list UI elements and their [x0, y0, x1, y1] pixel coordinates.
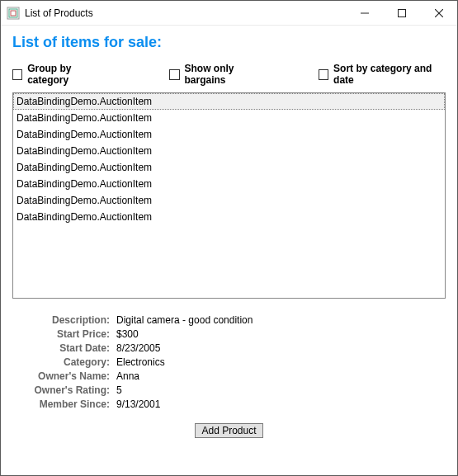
list-item[interactable]: DataBindingDemo.AuctionItem [13, 93, 445, 110]
page-heading: List of items for sale: [12, 34, 446, 51]
window-controls [346, 1, 457, 25]
value-category: Electronics [116, 356, 165, 370]
add-product-button[interactable]: Add Product [195, 423, 262, 438]
list-item[interactable]: DataBindingDemo.AuctionItem [13, 126, 445, 143]
value-owner-rating: 5 [116, 384, 122, 398]
label-start-price: Start Price: [21, 328, 116, 342]
value-owner-name: Anna [116, 370, 139, 384]
list-item[interactable]: DataBindingDemo.AuctionItem [13, 209, 445, 225]
checkbox-label: Sort by category and date [333, 63, 446, 86]
checkbox-icon [12, 69, 22, 80]
label-category: Category: [21, 356, 116, 370]
label-description: Description: [21, 313, 116, 328]
content-area: List of items for sale: Group by categor… [1, 26, 457, 443]
checkbox-show-only-bargains[interactable]: Show only bargains [169, 63, 271, 86]
list-item[interactable]: DataBindingDemo.AuctionItem [13, 159, 445, 176]
maximize-button[interactable] [383, 1, 420, 25]
footer-buttons: Add Product [12, 423, 446, 438]
svg-rect-4 [398, 9, 405, 16]
details-panel: Description: Digital camera - good condi… [21, 313, 446, 412]
label-start-date: Start Date: [21, 342, 116, 356]
app-icon [7, 7, 20, 20]
checkbox-sort-by-category-and-date[interactable]: Sort by category and date [319, 63, 446, 86]
checkbox-icon [169, 69, 179, 80]
checkbox-icon [319, 69, 328, 80]
minimize-button[interactable] [346, 1, 383, 25]
filter-row: Group by category Show only bargains Sor… [12, 63, 446, 86]
list-item[interactable]: DataBindingDemo.AuctionItem [13, 192, 445, 209]
label-owner-name: Owner's Name: [21, 370, 116, 384]
checkbox-group-by-category[interactable]: Group by category [12, 63, 108, 86]
titlebar: List of Products [1, 1, 457, 26]
label-member-since: Member Since: [21, 398, 116, 412]
label-owner-rating: Owner's Rating: [21, 384, 116, 398]
window-title: List of Products [25, 7, 93, 19]
checkbox-label: Group by category [27, 63, 108, 86]
value-start-price: $300 [116, 328, 139, 342]
list-item[interactable]: DataBindingDemo.AuctionItem [13, 176, 445, 192]
value-description: Digital camera - good condition [116, 313, 253, 328]
products-listbox[interactable]: DataBindingDemo.AuctionItemDataBindingDe… [12, 92, 446, 299]
list-item[interactable]: DataBindingDemo.AuctionItem [13, 110, 445, 126]
value-start-date: 8/23/2005 [116, 342, 160, 356]
list-item[interactable]: DataBindingDemo.AuctionItem [13, 143, 445, 159]
close-button[interactable] [420, 1, 457, 25]
checkbox-label: Show only bargains [185, 63, 271, 86]
value-member-since: 9/13/2001 [116, 398, 160, 412]
